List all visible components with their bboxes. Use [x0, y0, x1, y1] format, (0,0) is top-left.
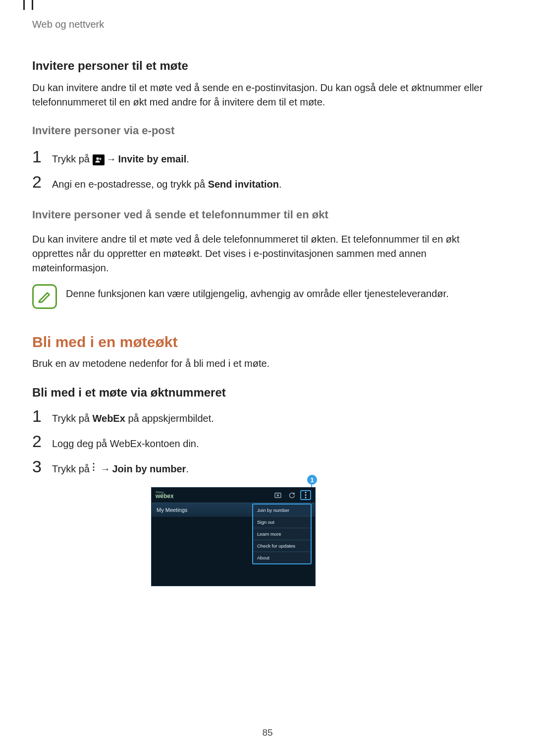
menu-sign-out[interactable]: Sign out: [253, 516, 311, 528]
svg-point-5: [305, 495, 307, 496]
page-number: 85: [0, 727, 535, 738]
subheading-email: Invitere personer via e-post: [32, 124, 503, 137]
callout-1: 1: [307, 475, 317, 485]
step-1-join: 1 Trykk på WebEx på appskjermbildet.: [32, 407, 503, 426]
app-screenshot: 1 2 Cisco wébex My Meetings Join by numb…: [151, 487, 316, 586]
note-block: Denne funksjonen kan være utilgjengelig,…: [32, 284, 503, 309]
step-number: 2: [32, 173, 52, 190]
menu-check-updates[interactable]: Check for updates: [253, 540, 311, 552]
plus-icon[interactable]: [272, 490, 283, 500]
note-icon: [32, 284, 57, 309]
step-number: 3: [32, 458, 52, 475]
step-1-email: 1 Trykk på →Invite by email.: [32, 148, 503, 166]
intro-join: Bruk en av metodene nedenfor for å bli m…: [32, 356, 503, 371]
add-person-icon: [93, 154, 105, 165]
body-phone: Du kan invitere andre til et møte ved å …: [32, 232, 503, 275]
overflow-menu-icon: ···: [93, 462, 99, 472]
step-3-join: 3 Trykk på ···→Join by number.: [32, 458, 503, 476]
svg-rect-2: [99, 158, 101, 159]
step-number: 1: [32, 148, 52, 165]
step-number: 2: [32, 433, 52, 450]
arrow-icon: →: [105, 153, 118, 164]
step-2-join: 2 Logg deg på WebEx-kontoen din.: [32, 433, 503, 451]
step-2-email: 2 Angi en e-postadresse, og trykk på Sen…: [32, 173, 503, 192]
webex-window: Cisco wébex My Meetings Join by number S…: [151, 487, 316, 586]
subheading-phone: Invitere personer ved å sende et telefon…: [32, 208, 503, 221]
page-top-crop-mark: [23, 0, 33, 10]
intro-invite: Du kan invitere andre til et møte ved å …: [32, 81, 503, 109]
heading-invite: Invitere personer til et møte: [32, 59, 503, 73]
subheading-join-number: Bli med i et møte via øktnummeret: [32, 386, 503, 400]
arrow-icon: →: [99, 463, 112, 474]
step-text: Trykk på ···→Join by number.: [52, 462, 189, 476]
note-text: Denne funksjonen kan være utilgjengelig,…: [66, 284, 449, 300]
step-text: Trykk på WebEx på appskjermbildet.: [52, 411, 214, 426]
webex-logo: Cisco wébex: [156, 491, 174, 500]
page-content: Web og nettverk Invitere personer til et…: [0, 0, 535, 586]
step-number: 1: [32, 407, 52, 424]
menu-learn-more[interactable]: Learn more: [253, 528, 311, 540]
step-text: Angi en e-postadresse, og trykk på Send …: [52, 177, 282, 192]
webex-header: Cisco wébex: [152, 488, 315, 503]
overflow-dropdown: Join by number Sign out Learn more Check…: [252, 504, 312, 564]
step-text: Trykk på →Invite by email.: [52, 152, 189, 166]
menu-about[interactable]: About: [253, 552, 311, 563]
svg-point-0: [96, 157, 99, 160]
step-text: Logg deg på WebEx-kontoen din.: [52, 437, 199, 451]
breadcrumb: Web og nettverk: [32, 19, 503, 30]
heading-join: Bli med i en møteøkt: [32, 334, 503, 351]
overflow-menu-button[interactable]: [300, 490, 311, 500]
svg-point-4: [305, 492, 307, 494]
svg-point-6: [305, 497, 307, 499]
refresh-icon[interactable]: [286, 490, 297, 500]
menu-join-by-number[interactable]: Join by number: [253, 504, 311, 516]
